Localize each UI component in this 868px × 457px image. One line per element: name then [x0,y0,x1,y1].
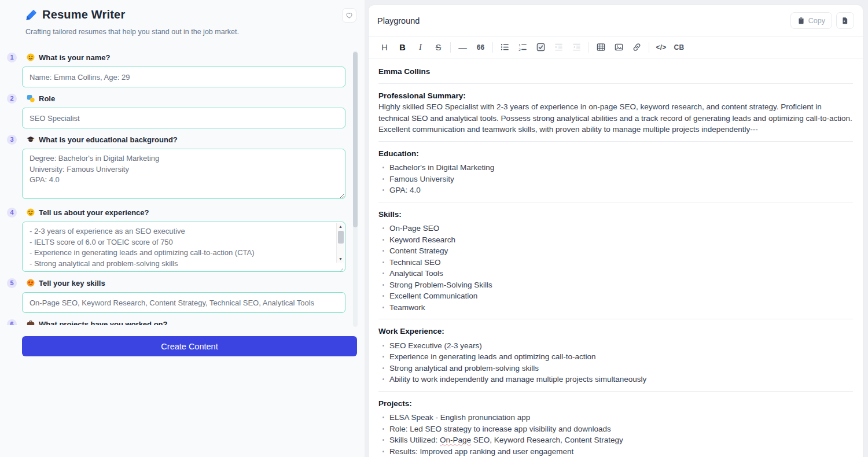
resume-bullet: Strong Problem-Solving Skills [378,279,853,291]
scroll-up-arrow[interactable]: ▲ [339,223,343,230]
resume-name: Emma Collins [378,66,853,78]
svg-text:1: 1 [518,43,521,47]
favorite-button[interactable] [342,8,356,23]
resume-bullet: On-Page SEO [378,223,853,234]
section-heading: Professional Summary: [378,90,853,102]
question-row: 2Role [7,94,345,103]
resume-bullet: Excellent Communication [378,290,853,302]
question-number-badge: 2 [7,94,17,104]
question-label: What is your educational background? [39,135,178,144]
resume-bullet: Bachelor's in Digital Marketing [378,162,853,174]
left-scrollbar-thumb[interactable] [353,52,358,227]
answer-field: - 2-3 years of experience as an SEO exec… [22,222,345,272]
resume-bullet: Experience in generating leads and optim… [378,351,853,363]
editor-toolbar: HBIS—6612</>CB [369,36,863,58]
section-heading: Skills: [378,209,853,220]
copy-button[interactable]: Copy [790,12,832,29]
question-row: 1What is your name? [7,53,345,62]
answer-input[interactable] [22,67,345,87]
resume-bullet: SEO Executive (2-3 years) [378,340,853,352]
app-subtitle: Crafting tailored resumes that help you … [25,28,356,36]
playground-title: Playground [377,16,420,25]
bold-button[interactable]: B [393,40,411,55]
toolbar-separator [450,42,451,53]
question-label: Tell your key skills [39,279,105,288]
answer-field [22,67,345,87]
blockquote-button[interactable]: 66 [472,40,490,55]
section-paragraph: Highly skilled SEO Specialist with 2-3 y… [378,101,853,135]
answer-field [22,108,345,128]
heading-button[interactable]: H [376,40,393,55]
question-label: What projects have you worked on? [39,320,167,326]
question-number-badge: 5 [7,278,17,288]
horizontal-rule-button[interactable]: — [454,40,472,55]
answer-field [22,149,345,201]
resume-writer-panel: Resume Writer Crafting tailored resumes … [0,0,365,457]
table-button[interactable] [592,40,610,55]
resume-bullet: Keyword Research [378,234,853,246]
heart-icon [345,12,353,19]
resume-bullet: Results: Improved app ranking and user e… [378,446,853,457]
question-label: Role [39,94,55,103]
app-title: Resume Writer [42,8,125,21]
task-list-button[interactable] [532,40,550,55]
create-content-button[interactable]: Create Content [22,336,357,356]
section-heading: Work Experience: [378,326,853,337]
question-row: 5Tell your key skills [7,278,345,288]
indent-button [550,40,568,55]
bullet-list-button[interactable] [496,40,514,55]
briefcase-emoji [27,320,35,325]
answer-textarea[interactable] [22,149,345,199]
resume-bullet: GPA: 4.0 [378,185,853,196]
divider [378,202,853,202]
export-file-button[interactable] [836,12,854,29]
section-heading: Education: [378,148,853,160]
resume-bullet: Famous University [378,174,853,185]
code-block-button[interactable]: CB [670,40,688,55]
bullet-list: Bachelor's in Digital MarketingFamous Un… [378,162,853,196]
image-button[interactable] [610,40,628,55]
textarea-scrollbar[interactable]: ▲▼ [336,223,344,263]
playground-card: Playground Copy HBIS—6612</>CB Emma Coll… [368,5,863,457]
svg-text:2: 2 [518,47,521,51]
answer-field [22,292,345,313]
graduation-cap-emoji [27,135,35,143]
resume-bullet: Analytical Tools [378,268,853,279]
bullet-list: SEO Executive (2-3 years)Experience in g… [378,340,853,385]
ordered-list-button[interactable]: 12 [514,40,532,55]
question-row: 4Tell us about your experience? [7,208,345,217]
answer-input[interactable] [22,292,345,313]
code-button[interactable]: </> [652,40,670,55]
answer-input[interactable] [22,108,345,128]
question-number-badge: 6 [7,319,17,326]
toolbar-separator [492,42,493,53]
resume-bullet: Skills Utilized: On-Page SEO, Keyword Re… [378,434,853,446]
clipboard-icon [797,17,805,24]
misspelled-word: On-Page [440,436,471,444]
outdent-button [568,40,586,55]
scrollbar-thumb[interactable] [338,231,344,244]
question-label: What is your name? [39,53,111,62]
resume-bullet: Strong analytical and problem-solving sk… [378,363,853,374]
left-scrollbar-track[interactable] [353,51,358,327]
strikethrough-button[interactable]: S [429,40,447,55]
toolbar-separator [649,42,649,53]
questions-list: 1What is your name?2Role3What is your ed… [0,49,358,325]
italic-button[interactable]: I [411,40,429,55]
resume-bullet: Teamwork [378,302,853,314]
question-row: 3What is your educational background? [7,135,345,144]
link-button[interactable] [628,40,646,55]
divider [378,319,853,319]
bullet-list: ELSA Speak - English pronunciation appRo… [378,412,853,457]
resume-bullet: Role: Led SEO strategy to increase app v… [378,423,853,435]
bullet-list: On-Page SEOKeyword ResearchContent Strat… [378,223,853,313]
answer-textarea[interactable]: - 2-3 years of experience as an SEO exec… [22,222,345,272]
resize-handle-icon[interactable] [339,265,344,270]
scroll-down-arrow[interactable]: ▼ [339,255,343,263]
divider [378,83,853,84]
resume-bullet: Content Strategy [378,245,853,257]
toolbar-separator [589,42,589,53]
file-icon [841,17,849,24]
smiling-face-emoji [27,53,35,61]
pencil-icon [25,9,37,21]
